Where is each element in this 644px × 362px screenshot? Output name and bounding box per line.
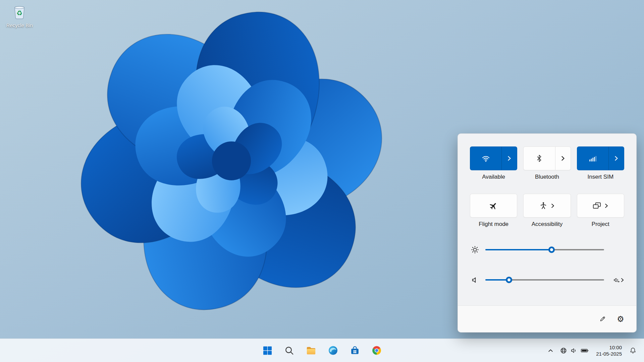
sound-output-button[interactable]: [609, 277, 624, 284]
hidden-icons-button[interactable]: [545, 346, 556, 356]
edge-browser-button[interactable]: [324, 342, 342, 359]
quick-settings-panel: Available Bluetooth: [458, 133, 637, 333]
quick-settings-footer: ⚙: [458, 305, 636, 332]
chevron-right-icon: [551, 203, 555, 208]
file-explorer-icon: [306, 345, 317, 356]
bluetooth-toggle[interactable]: [524, 147, 555, 170]
tile-wifi-wrap: Available: [470, 146, 517, 180]
tile-flightmode-wrap: Flight mode: [470, 194, 517, 228]
notification-center-button[interactable]: [627, 344, 639, 357]
system-tray: 10:00 21-05-2025: [545, 339, 639, 362]
project-icon: [592, 201, 601, 210]
accessibility-icon: [539, 201, 548, 210]
chrome-browser-button[interactable]: [368, 342, 385, 359]
tile-accessibility-wrap: Accessibility: [523, 194, 571, 228]
wifi-tile[interactable]: [470, 146, 517, 170]
file-explorer-button[interactable]: [303, 342, 320, 359]
search-button[interactable]: [281, 342, 298, 359]
quick-settings-sliders: [470, 244, 624, 286]
chevron-right-icon: [614, 156, 619, 161]
clock-date-button[interactable]: 10:00 21-05-2025: [593, 342, 625, 359]
bell-icon: [629, 347, 637, 354]
brightness-slider-thumb[interactable]: [548, 247, 555, 253]
tile-cellular-wrap: Insert SIM: [577, 146, 624, 180]
bluetooth-icon: [535, 154, 543, 163]
settings-button[interactable]: ⚙: [613, 312, 628, 326]
volume-speaker-icon: [470, 276, 480, 284]
search-icon: [284, 346, 294, 356]
chevron-right-icon: [621, 278, 624, 282]
pencil-icon: [599, 315, 606, 322]
bluetooth-expand-button[interactable]: [555, 147, 571, 170]
clock-time: 10:00: [609, 344, 622, 351]
project-tile[interactable]: [577, 194, 624, 218]
cellular-tile[interactable]: [577, 146, 624, 170]
wifi-expand-button[interactable]: [501, 147, 517, 170]
network-volume-battery-button[interactable]: [557, 344, 591, 358]
windows-logo-icon: [262, 345, 273, 356]
wifi-toggle[interactable]: [470, 147, 501, 170]
brightness-sun-icon: [470, 245, 480, 254]
chevron-right-icon: [507, 156, 512, 161]
battery-icon: [581, 347, 589, 355]
chrome-icon: [371, 345, 382, 356]
recycle-bin-shortcut[interactable]: ♻ Recycle Bin: [4, 3, 35, 28]
chevron-right-icon: [561, 156, 565, 161]
volume-row: [470, 274, 624, 286]
accessibility-tile-label: Accessibility: [532, 221, 563, 228]
volume-slider-thumb[interactable]: [506, 277, 512, 283]
airplane-icon: [489, 201, 498, 210]
speaker-icon: [570, 347, 578, 354]
flight-mode-tile[interactable]: [470, 194, 517, 218]
project-tile-label: Project: [592, 221, 609, 228]
edit-quick-settings-button[interactable]: [595, 312, 609, 326]
cellular-toggle[interactable]: [577, 147, 608, 170]
bluetooth-tile[interactable]: [523, 146, 571, 170]
recycle-bin-icon: ♻: [12, 3, 27, 21]
sound-output-icon: [613, 277, 620, 284]
chevron-right-icon: [604, 203, 608, 208]
chevron-up-icon: [548, 349, 553, 353]
start-button[interactable]: [259, 342, 276, 359]
quick-settings-tiles: Available Bluetooth: [470, 146, 624, 228]
network-globe-icon: [560, 347, 567, 354]
flight-mode-tile-label: Flight mode: [479, 221, 508, 228]
bluetooth-tile-label: Bluetooth: [535, 174, 559, 180]
brightness-fill: [485, 249, 552, 250]
recycle-bin-label: Recycle Bin: [6, 22, 33, 28]
cellular-tile-label: Insert SIM: [588, 174, 613, 180]
edge-icon: [328, 345, 338, 356]
microsoft-store-button[interactable]: [346, 342, 364, 359]
volume-fill: [485, 279, 509, 281]
wifi-tile-label: Available: [482, 174, 505, 180]
taskbar: 10:00 21-05-2025: [0, 339, 644, 362]
brightness-slider[interactable]: [485, 249, 604, 250]
tile-project-wrap: Project: [577, 194, 624, 228]
brightness-row: [470, 244, 624, 256]
cellular-icon: [588, 154, 597, 163]
accessibility-tile[interactable]: [523, 194, 571, 218]
microsoft-store-icon: [350, 345, 360, 356]
clock-date: 21-05-2025: [596, 351, 622, 357]
wifi-icon: [481, 154, 490, 163]
gear-icon: ⚙: [617, 315, 624, 323]
volume-slider[interactable]: [485, 279, 604, 281]
cellular-expand-button[interactable]: [608, 147, 624, 170]
tile-bluetooth-wrap: Bluetooth: [523, 146, 571, 180]
svg-text:♻: ♻: [16, 9, 22, 17]
taskbar-center-icons: [259, 339, 385, 362]
